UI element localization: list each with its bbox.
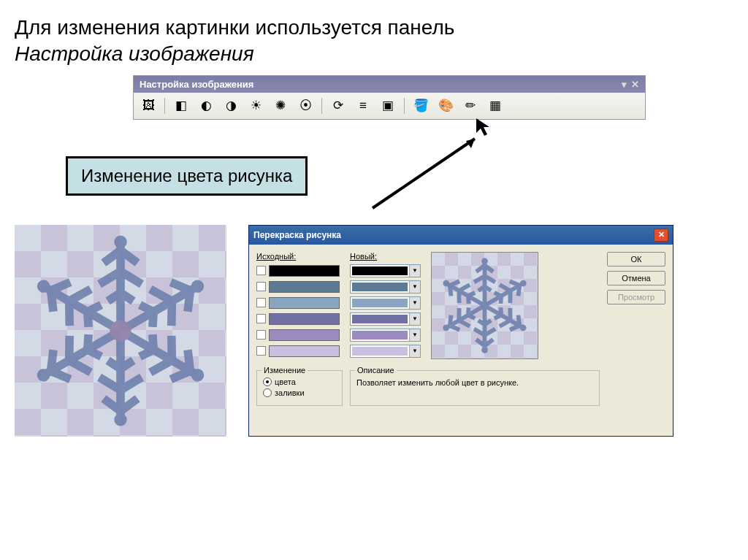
new-color-dropdown[interactable]: ▼ — [350, 296, 421, 310]
radio-fills-label: заливки — [275, 388, 305, 397]
cursor-icon — [475, 117, 497, 139]
callout-text: Изменение цвета рисунка — [81, 166, 292, 185]
dialog-titlebar[interactable]: Перекраска рисунка ✕ — [249, 226, 673, 245]
color-checkbox[interactable] — [256, 346, 266, 356]
contrast-up-icon[interactable]: ◐ — [197, 97, 215, 115]
description-group-title: Описание — [355, 366, 397, 375]
line-style-icon[interactable]: ≡ — [354, 97, 372, 115]
callout-label: Изменение цвета рисунка — [66, 156, 308, 196]
original-swatch — [269, 297, 340, 309]
original-swatch — [269, 345, 340, 357]
reset-icon[interactable]: ✏ — [462, 97, 479, 115]
original-color-row — [256, 328, 340, 342]
radio-icon — [263, 377, 272, 386]
color-checkbox[interactable] — [256, 330, 266, 340]
original-swatch — [269, 329, 340, 341]
toolbar-titlebar: Настройка изображения ▾ ✕ — [134, 76, 645, 93]
chevron-down-icon: ▼ — [409, 297, 420, 309]
toolbar-close-icon[interactable]: ✕ — [631, 79, 639, 90]
toolbar-title-text: Настройка изображения — [140, 79, 253, 90]
change-group-title: Изменение — [262, 366, 308, 375]
toolbar-separator — [404, 98, 405, 114]
format-icon[interactable]: ▦ — [486, 97, 504, 115]
brightness-down-icon[interactable]: ✺ — [272, 97, 289, 115]
chevron-down-icon: ▼ — [409, 329, 420, 341]
new-color-row: ▼ — [350, 280, 421, 294]
new-color-dropdown[interactable]: ▼ — [350, 264, 421, 277]
rotate-icon[interactable]: ⟳ — [329, 97, 347, 115]
original-color-row — [256, 296, 340, 310]
new-color-dropdown[interactable]: ▼ — [350, 329, 421, 342]
original-swatch — [269, 281, 340, 293]
column-original-header: Исходный: — [256, 252, 340, 261]
svg-point-0 — [114, 235, 126, 248]
original-swatch — [269, 265, 340, 277]
radio-colors[interactable]: цвета — [263, 377, 336, 386]
description-groupbox: Описание Позволяет изменить любой цвет в… — [350, 370, 600, 406]
color-checkbox[interactable] — [256, 266, 266, 275]
toolbar-body: 🖼◧◐◑☀✺⦿⟳≡▣🪣🎨✏▦ — [134, 93, 645, 119]
brightness-up-icon[interactable]: ☀ — [247, 97, 264, 115]
contrast-down-icon[interactable]: ◑ — [222, 97, 240, 115]
sample-image — [15, 225, 226, 437]
new-color-row: ▼ — [350, 344, 421, 358]
svg-point-1 — [110, 320, 131, 341]
new-color-dropdown[interactable]: ▼ — [350, 280, 421, 294]
recolor-dialog: Перекраска рисунка ✕ Исходный: Новый: ▼▼… — [248, 225, 673, 437]
toolbar-separator — [164, 98, 165, 114]
cancel-button[interactable]: Отмена — [607, 271, 665, 285]
column-new-header: Новый: — [350, 252, 421, 261]
original-color-row — [256, 344, 340, 358]
radio-icon — [263, 388, 272, 397]
original-color-row — [256, 264, 340, 278]
toolbar-separator — [321, 98, 322, 114]
toolbar-options-icon[interactable]: ▾ — [622, 79, 627, 90]
compress-icon[interactable]: ▣ — [379, 97, 397, 115]
color-checkbox[interactable] — [256, 298, 266, 307]
radio-colors-label: цвета — [275, 377, 296, 386]
chevron-down-icon: ▼ — [409, 345, 420, 357]
new-color-row: ▼ — [350, 328, 421, 342]
new-color-row: ▼ — [350, 264, 421, 278]
color-checkbox[interactable] — [256, 282, 266, 291]
original-swatch — [269, 313, 340, 325]
callout-arrow — [365, 128, 511, 215]
color-checkbox[interactable] — [256, 314, 266, 323]
image-toolbar: Настройка изображения ▾ ✕ 🖼◧◐◑☀✺⦿⟳≡▣🪣🎨✏▦ — [133, 75, 646, 120]
new-color-row: ▼ — [350, 312, 421, 326]
original-color-row — [256, 280, 340, 294]
description-text: Позволяет изменить любой цвет в рисунке. — [356, 375, 593, 387]
change-groupbox: Изменение цвета заливки — [256, 370, 343, 406]
insert-image-icon[interactable]: 🖼 — [140, 97, 157, 115]
chevron-down-icon: ▼ — [409, 313, 420, 325]
recolor-icon[interactable]: 🪣 — [412, 97, 430, 115]
new-color-dropdown[interactable]: ▼ — [350, 345, 421, 358]
new-color-dropdown[interactable]: ▼ — [350, 312, 421, 326]
color-mode-icon[interactable]: ◧ — [172, 97, 190, 115]
preview-image — [431, 252, 538, 359]
heading-line2: Настройка изображения — [15, 42, 254, 65]
ok-button[interactable]: ОК — [607, 252, 665, 266]
dialog-close-button[interactable]: ✕ — [654, 229, 668, 242]
chevron-down-icon: ▼ — [409, 265, 420, 277]
crop-icon[interactable]: ⦿ — [297, 97, 314, 115]
preview-button[interactable]: Просмотр — [607, 290, 665, 304]
transparent-icon[interactable]: 🎨 — [437, 97, 454, 115]
original-color-row — [256, 312, 340, 326]
radio-fills[interactable]: заливки — [263, 388, 336, 397]
new-color-row: ▼ — [350, 296, 421, 310]
dialog-title-text: Перекраска рисунка — [253, 230, 341, 240]
page-heading: Для изменения картинки используется пане… — [15, 15, 733, 68]
heading-line1: Для изменения картинки используется пане… — [15, 16, 454, 39]
chevron-down-icon: ▼ — [409, 281, 420, 293]
